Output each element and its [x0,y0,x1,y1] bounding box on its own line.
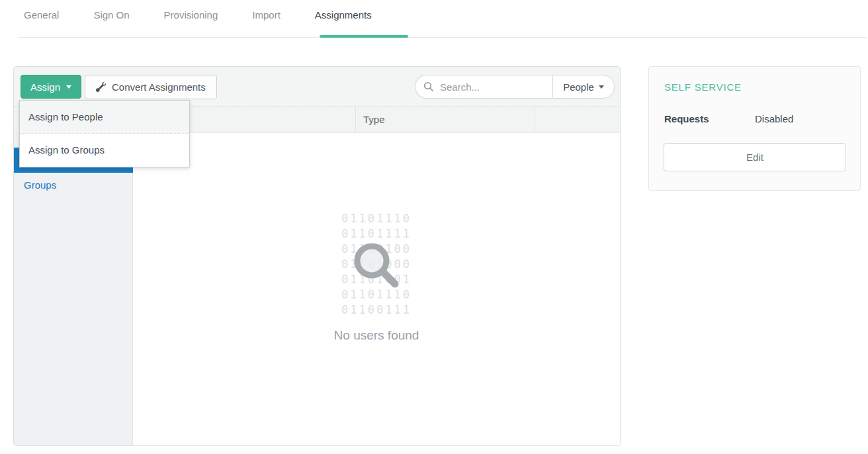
binary-row: 01100111 [133,302,620,318]
search-box [415,75,552,99]
convert-assignments-button[interactable]: Convert Assignments [85,75,217,99]
convert-assignments-label: Convert Assignments [112,81,206,93]
active-tab-underline [320,35,408,38]
tab-import[interactable]: Import [252,9,281,21]
edit-button-label: Edit [746,152,763,163]
assign-button[interactable]: Assign [21,75,81,99]
column-divider [355,107,356,133]
wrench-icon [96,82,106,92]
requests-status-value: Disabled [755,113,793,124]
column-header-type[interactable]: Type [363,107,385,133]
search-filter-dropdown[interactable]: People [552,75,615,99]
binary-row: 01101110 [133,211,620,226]
edit-button[interactable]: Edit [664,143,846,171]
tab-assignments[interactable]: Assignments [315,9,372,21]
sidebar-item-groups[interactable]: Groups [14,173,133,198]
column-divider [535,107,535,133]
tab-general[interactable]: General [24,9,59,21]
empty-state: 01101110 01101111 01110100 01101000 0110… [133,133,620,343]
menu-item-assign-to-people[interactable]: Assign to People [20,101,189,134]
assignments-sidebar: Groups [14,133,133,445]
app-tabs: General Sign On Provisioning Import Assi… [24,9,372,21]
search-group: People [415,75,615,99]
assign-dropdown-menu: Assign to People Assign to Groups [19,100,190,167]
caret-down-icon [599,85,604,89]
magnifier-icon [349,239,406,298]
self-service-panel: SELF SERVICE Requests Disabled Edit [648,66,861,191]
assign-button-label: Assign [30,81,60,93]
tab-sign-on[interactable]: Sign On [93,9,129,21]
search-icon [423,81,434,92]
search-input[interactable] [439,81,538,93]
menu-item-assign-to-groups[interactable]: Assign to Groups [20,134,189,167]
self-service-title: SELF SERVICE [664,81,742,93]
table-body: Groups 01101110 01101111 01110100 011010… [14,133,620,445]
requests-label: Requests [664,113,709,124]
tab-provisioning[interactable]: Provisioning [164,9,218,21]
caret-down-icon [66,85,71,89]
tabs-divider [18,37,867,38]
search-filter-value: People [563,81,594,93]
empty-state-message: No users found [133,328,620,343]
